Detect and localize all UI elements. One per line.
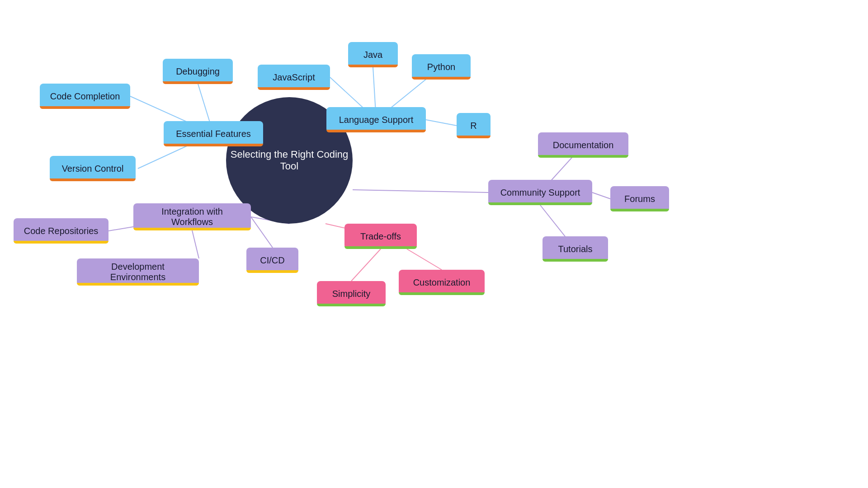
tutorials-label: Tutorials: [558, 244, 593, 254]
documentation-bar: [538, 155, 628, 158]
debugging-node[interactable]: Debugging: [163, 59, 233, 84]
code-completion-node[interactable]: Code Completion: [40, 84, 130, 109]
integration-node[interactable]: Integration with Workflows: [133, 203, 251, 230]
dev-envs-label: Development Environments: [84, 262, 192, 282]
r-bar: [457, 136, 491, 138]
forums-bar: [610, 209, 669, 211]
python-bar: [412, 77, 471, 80]
tradeoffs-node[interactable]: Trade-offs: [344, 224, 417, 249]
svg-line-13: [353, 190, 488, 192]
simplicity-bar: [317, 304, 386, 306]
version-control-label: Version Control: [62, 164, 124, 174]
java-bar: [348, 65, 398, 67]
community-support-label: Community Support: [500, 188, 580, 198]
mind-map: Selecting the Right Coding Tool Essentia…: [0, 0, 868, 488]
cicd-node[interactable]: CI/CD: [246, 248, 298, 273]
simplicity-label: Simplicity: [332, 289, 370, 299]
svg-line-12: [251, 217, 273, 248]
python-node[interactable]: Python: [412, 54, 471, 80]
python-label: Python: [427, 62, 455, 72]
javascript-label: JavaScript: [273, 72, 315, 83]
r-label: R: [470, 121, 476, 131]
essential-features-label: Essential Features: [176, 129, 251, 139]
java-label: Java: [363, 50, 382, 60]
tradeoffs-label: Trade-offs: [360, 231, 401, 242]
code-repos-label: Code Repositories: [24, 226, 99, 236]
code-completion-label: Code Completion: [50, 91, 120, 102]
forums-node[interactable]: Forums: [610, 186, 669, 211]
code-repos-bar: [14, 241, 108, 244]
integration-bar: [133, 228, 251, 230]
dev-envs-node[interactable]: Development Environments: [77, 258, 199, 286]
documentation-node[interactable]: Documentation: [538, 132, 628, 158]
r-node[interactable]: R: [457, 113, 491, 138]
code-completion-bar: [40, 106, 130, 109]
language-support-label: Language Support: [339, 115, 414, 125]
javascript-node[interactable]: JavaScript: [258, 65, 330, 90]
tutorials-node[interactable]: Tutorials: [542, 236, 608, 262]
svg-line-18: [351, 249, 381, 281]
version-control-bar: [50, 178, 136, 181]
essential-features-bar: [164, 144, 263, 146]
language-support-bar: [326, 130, 426, 132]
version-control-node[interactable]: Version Control: [50, 156, 136, 181]
java-node[interactable]: Java: [348, 42, 398, 67]
svg-line-19: [407, 249, 442, 270]
community-support-node[interactable]: Community Support: [488, 180, 592, 205]
cicd-label: CI/CD: [260, 255, 284, 266]
cicd-bar: [246, 270, 298, 273]
svg-line-8: [426, 120, 457, 126]
svg-line-11: [192, 230, 199, 258]
forums-label: Forums: [624, 194, 655, 204]
javascript-bar: [258, 87, 330, 90]
svg-line-15: [592, 192, 610, 199]
customization-node[interactable]: Customization: [399, 270, 485, 295]
community-support-bar: [488, 202, 592, 205]
simplicity-node[interactable]: Simplicity: [317, 281, 386, 306]
language-support-node[interactable]: Language Support: [326, 107, 426, 132]
customization-bar: [399, 292, 485, 295]
integration-label: Integration with Workflows: [141, 206, 244, 227]
tradeoffs-bar: [344, 246, 417, 249]
center-label: Selecting the Right Coding Tool: [226, 149, 353, 172]
customization-label: Customization: [413, 277, 471, 288]
documentation-label: Documentation: [553, 140, 614, 150]
debugging-bar: [163, 81, 233, 84]
code-repos-node[interactable]: Code Repositories: [14, 218, 108, 244]
essential-features-node[interactable]: Essential Features: [164, 121, 263, 146]
debugging-label: Debugging: [176, 66, 220, 77]
dev-envs-bar: [77, 283, 199, 286]
tutorials-bar: [542, 259, 608, 262]
